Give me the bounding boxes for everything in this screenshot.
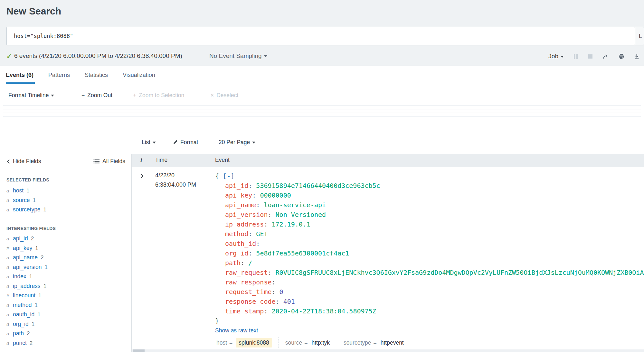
field-type-icon: a <box>6 310 13 320</box>
json-value[interactable]: 5e8df7ea55e6300001cf4ac1 <box>256 249 349 257</box>
hide-fields-button[interactable]: Hide Fields <box>6 158 41 165</box>
json-key[interactable]: time_stamp <box>225 307 264 315</box>
results-tab[interactable]: Visualization <box>123 66 155 84</box>
scrollbar-thumb[interactable] <box>133 349 145 352</box>
json-key[interactable]: raw_response <box>225 278 272 286</box>
field-item[interactable]: aapi_id2 <box>6 234 128 244</box>
json-value[interactable]: 2020-04-22T18:38:04.580975Z <box>272 307 376 315</box>
meta-value[interactable]: splunk:8088 <box>236 338 272 347</box>
field-count: 1 <box>32 321 34 327</box>
meta-label: host <box>216 339 227 346</box>
json-value[interactable]: GET <box>256 230 268 238</box>
search-header: New Search host="splunk:8088" L ✓ 6 even… <box>0 0 644 66</box>
field-item[interactable]: ahost1 <box>6 186 128 196</box>
json-value[interactable]: / <box>248 259 252 267</box>
event-meta-fields: host = splunk:8088 source = http:tyk sou… <box>215 337 411 348</box>
format-results-button[interactable]: Format <box>173 138 198 147</box>
field-item[interactable]: #api_key1 <box>6 244 128 253</box>
job-menu-button[interactable]: Job <box>548 53 564 60</box>
field-item[interactable]: asource1 <box>6 196 128 205</box>
page-title: New Search <box>6 6 61 17</box>
field-item[interactable]: aip_address1 <box>6 282 128 291</box>
field-item[interactable]: aapi_name2 <box>6 253 128 263</box>
format-timeline-dropdown[interactable]: Format Timeline <box>8 91 54 100</box>
search-input[interactable]: host="splunk:8088" <box>6 27 635 45</box>
field-item[interactable]: aoauth_id1 <box>6 310 128 320</box>
horizontal-scrollbar[interactable] <box>132 349 644 352</box>
json-key[interactable]: path <box>225 259 241 267</box>
json-value[interactable]: 536915894e71466440400d3ce963cb5c <box>256 182 380 190</box>
json-key[interactable]: response_code <box>225 298 276 305</box>
meta-value[interactable]: http:tyk <box>311 338 330 347</box>
field-type-icon: a <box>6 329 13 338</box>
field-name: punct <box>13 340 27 346</box>
json-key[interactable]: api_id <box>225 182 248 190</box>
json-value[interactable]: 0 <box>279 288 283 296</box>
export-download-button[interactable] <box>634 54 639 59</box>
field-name: sourcetype <box>13 206 41 213</box>
field-item[interactable]: #linecount1 <box>6 291 128 301</box>
json-key[interactable]: api_key <box>225 191 252 199</box>
json-field-line: raw_response: <box>215 277 644 287</box>
json-collapse-toggle[interactable]: [-] <box>223 172 234 180</box>
results-tab[interactable]: Statistics <box>85 66 108 84</box>
share-icon <box>602 54 609 59</box>
json-key[interactable]: method <box>225 230 248 238</box>
json-field-line: path: / <box>215 258 644 268</box>
json-value[interactable]: 172.19.0.1 <box>272 220 310 228</box>
show-as-raw-text-link[interactable]: Show as raw text <box>215 326 644 335</box>
results-tab[interactable]: Events (6) <box>6 66 33 84</box>
all-fields-button[interactable]: All Fields <box>93 158 125 165</box>
selected-fields-header: SELECTED FIELDS <box>6 177 49 182</box>
json-value[interactable]: R0VUIC8gSFRUUC8xLjENCkhvc3Q6IGxvY2FsaG9z… <box>276 269 644 276</box>
json-open-line: { [-] <box>215 171 644 181</box>
chevron-down-icon <box>264 55 267 57</box>
per-page-dropdown[interactable]: 20 Per Page <box>219 138 255 147</box>
share-job-button[interactable] <box>602 54 609 59</box>
zoom-to-selection-button: +Zoom to Selection <box>133 91 184 100</box>
info-column-header: i <box>140 156 142 163</box>
field-item[interactable]: amethod1 <box>6 301 128 310</box>
field-item[interactable]: aindex1 <box>6 272 128 282</box>
interesting-fields-header: INTERESTING FIELDS <box>6 226 56 231</box>
event-timestamp: 4/22/20 6:38:04.000 PM <box>155 171 196 190</box>
json-key[interactable]: oauth_id <box>225 240 256 247</box>
json-key[interactable]: ip_address <box>225 220 264 228</box>
event-sampling-dropdown[interactable]: No Event Sampling <box>209 52 267 60</box>
field-item[interactable]: aorg_id1 <box>6 320 128 329</box>
json-field-line: ip_address: 172.19.0.1 <box>215 219 644 229</box>
meta-equals: = <box>374 339 377 346</box>
meta-value[interactable]: httpevent <box>380 338 404 347</box>
field-count: 2 <box>27 330 30 337</box>
time-range-button[interactable]: L <box>635 27 644 45</box>
json-field-line: method: GET <box>215 229 644 239</box>
json-fields: api_id: 536915894e71466440400d3ce963cb5c… <box>215 181 644 316</box>
field-count: 2 <box>30 340 33 346</box>
json-key[interactable]: api_name <box>225 201 256 209</box>
json-value[interactable]: 401 <box>283 298 295 305</box>
json-value[interactable]: Non Versioned <box>276 211 326 218</box>
json-key[interactable]: request_time <box>225 288 272 296</box>
deselect-button: ×Deselect <box>211 91 238 100</box>
field-item[interactable]: apath2 <box>6 329 128 338</box>
json-field-line: api_key: 00000000 <box>215 190 644 200</box>
field-item[interactable]: aapi_version1 <box>6 263 128 272</box>
field-type-icon: a <box>6 234 13 244</box>
json-value[interactable]: loan-service-api <box>264 201 326 209</box>
json-value[interactable]: 00000000 <box>260 191 291 199</box>
zoom-out-button[interactable]: −Zoom Out <box>81 91 112 100</box>
print-button[interactable] <box>618 54 624 59</box>
field-item[interactable]: asourcetype1 <box>6 205 128 215</box>
json-key[interactable]: raw_request <box>225 269 268 276</box>
field-count: 1 <box>35 245 38 251</box>
format-timeline-label: Format Timeline <box>8 92 49 98</box>
json-key[interactable]: org_id <box>225 249 248 257</box>
list-view-dropdown[interactable]: List <box>142 138 156 147</box>
json-key[interactable]: api_version <box>225 211 268 218</box>
field-type-icon: a <box>6 263 13 272</box>
json-field-line: api_version: Non Versioned <box>215 210 644 219</box>
field-item[interactable]: apunct2 <box>6 338 128 348</box>
event-timeline-chart[interactable] <box>3 105 641 125</box>
results-tab[interactable]: Patterns <box>48 66 70 84</box>
expand-event-button[interactable] <box>140 173 144 180</box>
